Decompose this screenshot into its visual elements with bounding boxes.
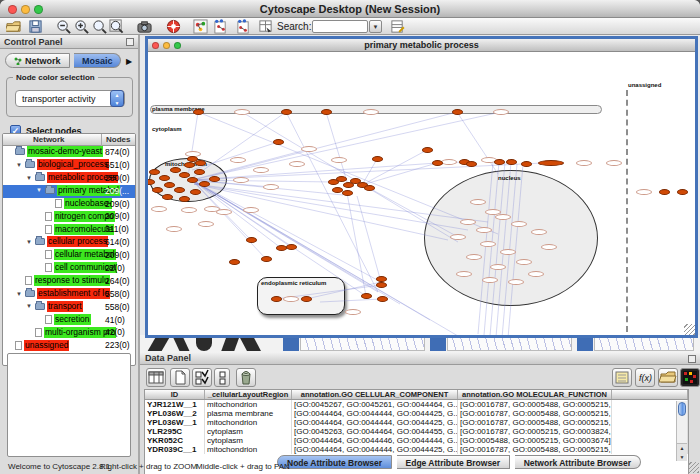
network-edge[interactable] (192, 180, 366, 296)
tree-column-network[interactable]: Network (33, 135, 65, 144)
tree-row[interactable]: ▼transport558(0) (3, 301, 135, 314)
gene-node[interactable] (466, 161, 477, 167)
gene-label-node[interactable] (450, 234, 466, 240)
column-header-id[interactable]: ID (145, 390, 205, 399)
gene-node[interactable] (271, 296, 282, 302)
gene-node[interactable] (246, 237, 257, 243)
expand-arrow-icon[interactable]: ▼ (26, 239, 35, 245)
gene-node[interactable] (301, 296, 312, 302)
zoom-in-icon[interactable] (74, 19, 89, 34)
table-cell[interactable]: YDR039C__1 (145, 445, 205, 454)
gene-label-node[interactable] (234, 109, 250, 115)
gene-label-node[interactable] (508, 279, 524, 285)
gene-node[interactable] (364, 185, 375, 191)
table-row[interactable]: YJR121W__1mitochondrion[GO:0045267, GO:0… (145, 400, 688, 409)
gene-label-node[interactable] (233, 177, 249, 183)
gene-node[interactable] (432, 160, 443, 166)
gene-label-node[interactable] (636, 189, 652, 195)
network-edge[interactable] (192, 180, 381, 282)
background-window-preview[interactable] (594, 337, 694, 351)
gene-label-node[interactable] (243, 207, 259, 213)
network-canvas[interactable]: plasma membrane cytoplasm mitochondrion … (148, 52, 695, 335)
open-session-icon[interactable] (6, 19, 21, 34)
tree-row[interactable]: response to stimulu264(0) (3, 275, 135, 288)
float-panel-icon[interactable] (126, 38, 134, 46)
gene-label-node[interactable] (166, 226, 182, 232)
table-cell[interactable]: [GO:0016787, GO:0005488, GO:0005215, G..… (458, 409, 612, 418)
gene-label-node[interactable] (345, 309, 361, 315)
tree-row[interactable]: ▼metabolic process280(0) (3, 172, 135, 185)
gene-label-node[interactable] (263, 184, 279, 190)
column-header-molecular-function[interactable]: annotation.GO MOLECULAR_FUNCTION (458, 390, 612, 399)
network-window-titlebar[interactable]: primary metabolic process (148, 39, 695, 52)
search-dropdown-icon[interactable]: ▼ (369, 20, 382, 33)
table-cell[interactable]: YJR121W__1 (145, 400, 205, 409)
gene-node[interactable] (152, 187, 163, 193)
gene-node[interactable] (179, 196, 190, 202)
gene-node[interactable] (677, 189, 688, 195)
gene-node[interactable] (281, 109, 292, 115)
background-window-preview[interactable] (447, 337, 572, 351)
gene-node[interactable] (193, 109, 204, 115)
table-cell[interactable]: YKR052C (145, 436, 205, 445)
table-row[interactable]: YLR295Ccytoplasm[GO:0045263, GO:0044464,… (145, 427, 688, 436)
gene-node[interactable] (494, 159, 505, 165)
tree-row[interactable]: mosaic-demo-yeast874(0) (3, 146, 135, 159)
table-cell[interactable]: YPL036W__1 (145, 418, 205, 427)
column-divider[interactable] (101, 134, 102, 146)
gene-node[interactable] (372, 156, 383, 162)
tree-row[interactable]: ▼primary metabol209(... (3, 185, 135, 198)
gene-node[interactable] (164, 182, 175, 188)
tab-overflow-arrow-icon[interactable]: ▶ (126, 57, 132, 66)
table-row[interactable]: YKR052Ccytoplasm[GO:0044464, GO:0044446,… (145, 436, 688, 445)
vertical-scrollbar[interactable]: ▲▼ (676, 401, 687, 461)
table-cell[interactable]: plasma membrane (205, 409, 292, 418)
gene-label-node[interactable] (198, 221, 214, 227)
snapshot-icon[interactable] (137, 19, 152, 34)
gene-node[interactable] (190, 189, 201, 195)
tree-row[interactable]: nucleobase-209(0) (3, 198, 135, 211)
table-cell[interactable]: [GO:0016787, GO:0005488, GO:0005215, G..… (458, 400, 612, 409)
annotation-edit-icon[interactable] (390, 19, 405, 34)
table-cell[interactable]: [GO:0016787, GO:0005488, GO:0005215, G..… (458, 418, 612, 427)
table-cell[interactable]: [GO:0016787, GO:0005215, GO:0003824, G..… (458, 427, 612, 436)
gene-node[interactable] (199, 181, 210, 187)
attribute-batch-icon[interactable] (146, 368, 166, 387)
gene-label-node[interactable] (331, 157, 347, 163)
gene-label-node[interactable] (576, 160, 592, 166)
gene-label-node[interactable] (253, 167, 269, 173)
table-row[interactable]: YDR039C__1mitochondrion[GO:0044464, GO:0… (145, 445, 688, 454)
gene-label-node[interactable] (230, 157, 246, 163)
column-header-cellular-component[interactable]: annotation.GO CELLULAR_COMPONENT (292, 390, 458, 399)
gene-label-node[interactable] (531, 229, 547, 235)
gene-label-node[interactable] (181, 207, 197, 213)
import-attributes-icon[interactable] (658, 368, 678, 387)
gene-node[interactable] (342, 190, 353, 196)
gene-node[interactable] (506, 159, 517, 165)
select-attributes-icon[interactable] (192, 368, 212, 387)
node-color-dropdown[interactable]: transporter activity ▲▼ (15, 90, 125, 107)
network-edge[interactable] (198, 112, 498, 234)
tree-row[interactable]: macromolecule311(0) (3, 223, 135, 236)
network-edge[interactable] (192, 180, 281, 248)
gene-node[interactable] (187, 177, 198, 183)
tree-row[interactable]: cell communicat22(0) (3, 262, 135, 275)
gene-label-node[interactable] (511, 221, 527, 227)
unselect-attributes-icon[interactable] (214, 368, 230, 387)
gene-node[interactable] (659, 189, 670, 195)
table-cell[interactable]: YLR295C (145, 427, 205, 436)
matrix-view-icon[interactable] (680, 368, 700, 387)
gene-label-node[interactable] (541, 244, 557, 250)
gene-label-node[interactable] (482, 277, 498, 283)
expand-arrow-icon[interactable]: ▼ (36, 187, 45, 193)
gene-label-node[interactable] (493, 109, 509, 115)
gene-node[interactable] (452, 109, 463, 115)
background-window-titlebar[interactable] (283, 337, 299, 351)
tree-row[interactable]: cellular metabol209(0) (3, 249, 135, 262)
search-input[interactable] (312, 20, 368, 33)
annotation-pad-icon[interactable] (612, 368, 632, 387)
tree-row[interactable]: secretion41(0) (3, 314, 135, 327)
help-icon[interactable] (166, 19, 181, 34)
column-header-region[interactable]: _cellularLayoutRegion (205, 390, 292, 399)
gene-node[interactable] (538, 160, 564, 166)
